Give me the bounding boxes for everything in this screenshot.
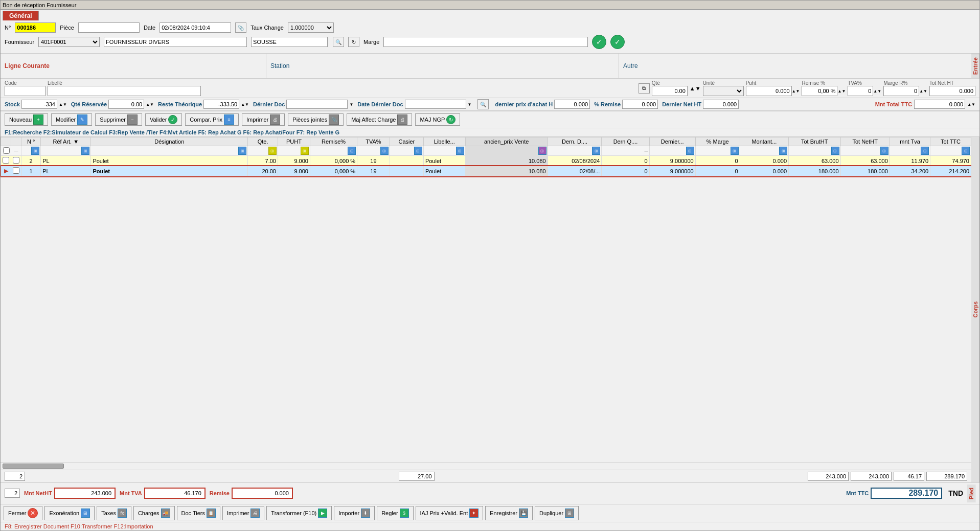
valider-button[interactable]: Valider ✓	[145, 113, 182, 126]
marge-input[interactable]	[383, 37, 588, 47]
col-dernier[interactable]: Dernier...	[649, 137, 695, 146]
col-pct-marge[interactable]: % Marge	[695, 137, 740, 146]
dupliquer-button[interactable]: Dupliquer ⊞	[535, 506, 579, 520]
table-wrapper[interactable]: N ° Réf Art. ▼ Désignation Qte. PUHT Rem…	[1, 137, 971, 463]
modifier-button[interactable]: Modifier ✎	[51, 113, 92, 126]
filter-icon-dernier[interactable]: ⊞	[686, 147, 694, 155]
reste-spinner[interactable]: ▲▼	[241, 102, 249, 107]
summary-qte[interactable]	[399, 472, 435, 481]
fournisseur-city-input[interactable]	[251, 37, 328, 47]
remise-input[interactable]	[232, 488, 293, 499]
unite-select[interactable]	[703, 86, 744, 96]
filter-icon-marge[interactable]: ⊞	[731, 147, 739, 155]
filter-icon-ref[interactable]: ⊞	[81, 147, 89, 155]
col-puht[interactable]: PUHT	[278, 137, 310, 146]
summary-count[interactable]	[5, 472, 25, 481]
totnet-input[interactable]	[929, 86, 975, 96]
filter-icon-ttc[interactable]: ⊞	[962, 147, 970, 155]
code-input[interactable]	[5, 86, 45, 96]
fournisseur-search-button[interactable]: 🔍	[333, 37, 344, 47]
row2-check[interactable]	[13, 167, 19, 174]
row1-check[interactable]	[3, 157, 9, 164]
col-tot-ttc[interactable]: Tot TTC	[930, 137, 971, 146]
tva-input[interactable]	[848, 86, 873, 96]
filter-icon-brut[interactable]: ⊞	[831, 147, 839, 155]
qte-input[interactable]	[652, 86, 688, 96]
iaj-prix-button[interactable]: IAJ Prix +Valid. Ent ✦	[416, 506, 484, 520]
summary-tot-ttc[interactable]	[926, 472, 967, 481]
stock-val-input[interactable]	[21, 100, 57, 109]
summary-montant[interactable]	[808, 472, 849, 481]
col-dern-d[interactable]: Dern. D....	[548, 137, 602, 146]
date-dernier-spinner[interactable]: ▼	[468, 102, 472, 107]
dernier-doc-spinner[interactable]: ▼	[349, 102, 353, 107]
filter-icon-casier[interactable]: ⊞	[414, 147, 422, 155]
comparer-prix-button[interactable]: Compar. Prix ≡	[185, 113, 239, 126]
filter-icon-qte[interactable]: ⊞	[268, 147, 277, 155]
tva-spinner[interactable]: ▲▼	[873, 89, 881, 94]
date-dernier-input[interactable]	[405, 100, 466, 109]
filter-icon-remise[interactable]: ⊞	[348, 147, 356, 155]
fournisseur-code-select[interactable]: 401F0001	[38, 37, 100, 47]
qte-spinner[interactable]: ▲▼	[690, 85, 701, 91]
total-count-input[interactable]	[5, 489, 20, 498]
col-tot-net[interactable]: Tot NetHT	[840, 137, 890, 146]
filter-icon-lib[interactable]: ⊞	[456, 147, 464, 155]
mnt-total-input[interactable]	[914, 100, 965, 109]
table-row[interactable]: 2 PL Poulet 7.00 9.000 0,000 % 19 Poulet…	[1, 156, 971, 166]
col-montant[interactable]: Montant...	[740, 137, 788, 146]
remise-input[interactable]	[802, 86, 837, 96]
remise-spinner[interactable]: ▲▼	[837, 89, 846, 94]
filter-check-all[interactable]	[3, 147, 10, 154]
libelle-input[interactable]	[48, 86, 201, 96]
col-qte[interactable]: Qte.	[248, 137, 278, 146]
piece-input[interactable]	[78, 22, 140, 33]
filter-icon-tva[interactable]: ⊞	[380, 147, 389, 155]
supprimer-button[interactable]: Supprimer −	[95, 113, 142, 126]
enregistrer-button[interactable]: Enregistrer 💾	[485, 506, 533, 520]
filter-icon-tva2[interactable]: ⊞	[921, 147, 929, 155]
col-ref[interactable]: Réf Art. ▼	[41, 137, 91, 146]
date-icon-button[interactable]: 📎	[235, 22, 246, 33]
dern-prix-input[interactable]	[554, 100, 590, 109]
maj-affect-charge-button[interactable]: Maj Affect Charge 🖨	[347, 113, 412, 126]
scrollbar-thumb[interactable]	[3, 464, 64, 469]
col-mnt-tva[interactable]: mnt Tva	[890, 137, 930, 146]
fournisseur-refresh-button[interactable]: ↻	[348, 37, 359, 47]
imprimer-button[interactable]: Imprimer 🖨	[242, 113, 285, 126]
date-input[interactable]	[159, 22, 231, 33]
col-casier[interactable]: Casier	[390, 137, 423, 146]
qte-res-spinner[interactable]: ▲▼	[146, 102, 154, 107]
row1-check2[interactable]	[13, 157, 19, 164]
search-btn[interactable]: 🔍	[477, 99, 489, 109]
marge-spinner[interactable]: ▲▼	[919, 89, 927, 94]
reste-input[interactable]	[203, 100, 239, 109]
qte-res-input[interactable]	[108, 100, 144, 109]
table-row-selected[interactable]: ▶ 1 PL Poulet 20.00 9.000 0,000 % 19 P	[1, 166, 971, 176]
puht-input[interactable]	[746, 86, 792, 96]
filter-icon-montant[interactable]: ⊞	[779, 147, 787, 155]
imprimer-footer-button[interactable]: Imprimer 🖨	[222, 506, 264, 520]
pct-remise-input[interactable]	[622, 100, 658, 109]
filter-icon-puht[interactable]: ⊞	[301, 147, 309, 155]
col-tva[interactable]: TVA%	[357, 137, 390, 146]
tab-general[interactable]: Général	[3, 11, 39, 20]
mnt-ttc-input[interactable]	[871, 488, 942, 499]
regler-button[interactable]: Regler $	[377, 506, 413, 520]
doc-tiers-button[interactable]: Doc Tiers 📋	[177, 506, 220, 520]
maj-ngp-button[interactable]: MAJ NGP ↻	[415, 113, 460, 126]
filter-icon-ancien[interactable]: ⊞	[538, 147, 546, 155]
importer-button[interactable]: Importer ⬇	[334, 506, 375, 520]
exoneration-button[interactable]: Exonération ⊞	[44, 506, 95, 520]
filter-icon-net[interactable]: ⊞	[880, 147, 888, 155]
horizontal-scrollbar[interactable]	[1, 463, 971, 470]
dernier-doc-input[interactable]	[286, 100, 348, 109]
stock-spinner[interactable]: ▲▼	[59, 102, 67, 107]
col-tot-brut[interactable]: Tot BrutHT	[789, 137, 841, 146]
pieces-jointes-button[interactable]: Pièces jointes 📎	[288, 113, 344, 126]
summary-mnt-tva[interactable]	[894, 472, 924, 481]
taxes-button[interactable]: Taxes fx	[97, 506, 131, 520]
charges-button[interactable]: Charges 🚚	[133, 506, 175, 520]
nouveau-button[interactable]: Nouveau +	[5, 113, 48, 126]
taux-change-select[interactable]: 1.000000	[288, 22, 334, 33]
